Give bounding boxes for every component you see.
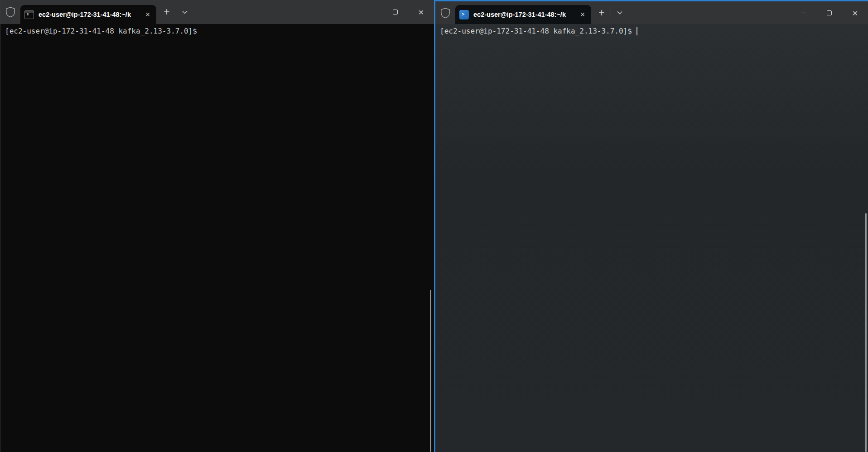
new-tab-button[interactable]: +: [158, 5, 175, 20]
console-icon: [24, 10, 34, 19]
terminal-canvas[interactable]: [ec2-user@ip-172-31-41-48 kafka_2.13-3.7…: [435, 24, 868, 452]
tab-title: ec2-user@ip-172-31-41-48:~/k: [473, 11, 574, 18]
terminal-window-left: ec2-user@ip-172-31-41-48:~/k × + × [ec2-…: [0, 0, 434, 452]
titlebar-separator: [611, 6, 611, 19]
admin-shield-icon: [435, 1, 455, 24]
terminal-window-right: >_ ec2-user@ip-172-31-41-48:~/k × + × [e…: [434, 0, 868, 452]
maximize-icon: [393, 10, 398, 15]
minimize-icon: [801, 13, 806, 13]
titlebar-drag-area[interactable]: [193, 0, 357, 24]
chevron-down-icon[interactable]: [612, 5, 628, 20]
tab-close-icon[interactable]: ×: [577, 9, 588, 20]
close-icon: ×: [852, 8, 858, 18]
tab-active[interactable]: ec2-user@ip-172-31-41-48:~/k ×: [20, 5, 156, 24]
window-controls: ×: [791, 1, 868, 24]
maximize-button[interactable]: [382, 0, 408, 24]
admin-shield-icon: [0, 0, 20, 24]
close-button[interactable]: ×: [408, 0, 434, 24]
chevron-down-icon[interactable]: [177, 5, 193, 20]
titlebar-separator: [176, 5, 176, 19]
titlebar-drag-area[interactable]: [628, 1, 791, 24]
titlebar: ec2-user@ip-172-31-41-48:~/k × + ×: [0, 0, 434, 24]
maximize-icon: [827, 10, 832, 15]
close-icon: ×: [418, 7, 424, 17]
window-controls: ×: [357, 0, 434, 24]
tab-active[interactable]: >_ ec2-user@ip-172-31-41-48:~/k ×: [455, 5, 591, 24]
powershell-icon: >_: [459, 10, 469, 19]
shell-prompt: [ec2-user@ip-172-31-41-48 kafka_2.13-3.7…: [5, 26, 434, 36]
prompt-text: [ec2-user@ip-172-31-41-48 kafka_2.13-3.7…: [440, 27, 632, 35]
close-button[interactable]: ×: [842, 1, 868, 24]
scrollbar[interactable]: [430, 290, 431, 452]
minimize-icon: [367, 12, 372, 12]
terminal-canvas[interactable]: [ec2-user@ip-172-31-41-48 kafka_2.13-3.7…: [0, 24, 434, 452]
text-cursor: [637, 27, 637, 35]
minimize-button[interactable]: [791, 1, 816, 24]
maximize-button[interactable]: [816, 1, 842, 24]
tab-title: ec2-user@ip-172-31-41-48:~/k: [39, 11, 139, 18]
minimize-button[interactable]: [357, 0, 382, 24]
shell-prompt: [ec2-user@ip-172-31-41-48 kafka_2.13-3.7…: [440, 26, 868, 36]
tab-close-icon[interactable]: ×: [142, 9, 154, 20]
prompt-text: [ec2-user@ip-172-31-41-48 kafka_2.13-3.7…: [5, 27, 197, 35]
titlebar: >_ ec2-user@ip-172-31-41-48:~/k × + ×: [435, 1, 868, 24]
new-tab-button[interactable]: +: [593, 5, 610, 20]
scrollbar[interactable]: [865, 213, 867, 452]
